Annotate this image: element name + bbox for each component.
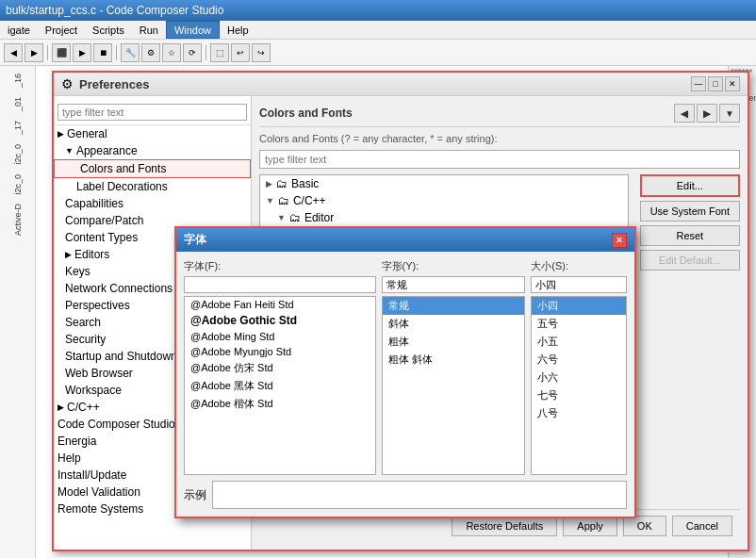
font-style-item-3[interactable]: 粗体 斜体 (383, 351, 525, 369)
font-style-item-2[interactable]: 粗体 (383, 333, 525, 351)
font-label-basic: Basic (291, 177, 319, 190)
tree-label-label-deco: Label Decorations (76, 180, 168, 193)
dialog-title-icons: — □ ✕ (691, 76, 740, 91)
font-style-item-0[interactable]: 常规 (383, 297, 525, 315)
tree-label-workspace: Workspace (65, 384, 122, 397)
dialog-maximize[interactable]: □ (708, 76, 723, 91)
dialog-close[interactable]: ✕ (725, 76, 740, 91)
font-face-item-6[interactable]: @Adobe 楷体 Std (185, 395, 375, 413)
font-face-item-1[interactable]: @Adobe Gothic Std (185, 312, 375, 329)
font-face-list[interactable]: @Adobe Fan Heiti Std @Adobe Gothic Std @… (184, 296, 376, 475)
arrow-editors: ▶ (65, 250, 72, 259)
font-dialog-body: 字体(F): @Adobe Fan Heiti Std @Adobe Gothi… (176, 252, 634, 517)
toolbar-btn-12[interactable]: ↪ (252, 43, 271, 62)
font-face-input[interactable] (184, 276, 376, 293)
content-title-bar: Colors and Fonts ◀ ▶ ▼ (259, 104, 740, 127)
font-face-item-5[interactable]: @Adobe 黑体 Std (185, 377, 375, 395)
font-size-col: 大小(S): 小四 五号 小五 六号 小六 七号 八号 (531, 259, 627, 475)
tree-label-content: Content Types (65, 231, 138, 244)
menu-window[interactable]: Window (166, 21, 220, 39)
font-face-item-4[interactable]: @Adobe 仿宋 Std (185, 359, 375, 377)
nav-dropdown-btn[interactable]: ▼ (719, 104, 740, 123)
toolbar-btn-7[interactable]: ⚙ (141, 43, 160, 62)
menu-run[interactable]: Run (132, 21, 166, 39)
menu-igate[interactable]: igate (0, 21, 38, 39)
content-filter-input[interactable] (259, 150, 740, 169)
folder-icon-editor: 🗂 (289, 211, 301, 224)
left-label-01: _01 (13, 93, 23, 115)
left-label-i2c0b: i2c_0 (13, 171, 23, 199)
font-tree-cpp[interactable]: ▼ 🗂 C/C++ (260, 192, 628, 209)
toolbar-btn-6[interactable]: 🔧 (121, 43, 140, 62)
font-size-item-1[interactable]: 五号 (532, 315, 626, 333)
tree-label-colors-fonts: Colors and Fonts (80, 162, 166, 175)
font-example-area (212, 481, 627, 509)
tree-item-appearance[interactable]: ▼ Appearance (54, 142, 251, 159)
toolbar-btn-5[interactable]: ⏹ (93, 43, 112, 62)
font-style-input[interactable] (382, 276, 526, 293)
restore-defaults-btn[interactable]: Restore Defaults (452, 516, 557, 536)
toolbar-btn-1[interactable]: ◀ (4, 43, 23, 62)
menu-scripts[interactable]: Scripts (85, 21, 132, 39)
dialog-minimize[interactable]: — (691, 76, 706, 91)
toolbar-btn-4[interactable]: ▶ (73, 43, 91, 62)
font-style-list[interactable]: 常规 斜体 粗体 粗体 斜体 (382, 296, 526, 475)
toolbar-btn-2[interactable]: ▶ (25, 43, 43, 62)
font-dialog-close-btn[interactable]: ✕ (612, 233, 627, 248)
font-size-item-3[interactable]: 六号 (532, 351, 626, 369)
use-system-font-button[interactable]: Use System Font (640, 201, 740, 222)
menu-help[interactable]: Help (220, 21, 256, 39)
arrow-basic: ▶ (266, 179, 272, 189)
tree-item-label-decorations[interactable]: Label Decorations (54, 178, 251, 195)
right-buttons: Edit... Use System Font Reset Edit Defau… (640, 174, 740, 509)
cancel-btn[interactable]: Cancel (672, 516, 732, 536)
font-face-item-2[interactable]: @Adobe Ming Std (185, 329, 375, 344)
main-area: _16 _01 _17 i2c_0 i2c_0 Active-D *******… (0, 66, 756, 558)
font-size-item-2[interactable]: 小五 (532, 333, 626, 351)
tree-label-startup: Startup and Shutdown (65, 350, 177, 363)
arrow-appearance: ▼ (65, 146, 74, 156)
font-style-item-1[interactable]: 斜体 (383, 315, 525, 333)
font-face-item-0[interactable]: @Adobe Fan Heiti Std (185, 297, 375, 312)
font-size-item-5[interactable]: 七号 (532, 386, 626, 404)
tree-label-general: General (67, 127, 107, 140)
toolbar-btn-8[interactable]: ☆ (162, 43, 181, 62)
left-label-16: _16 (13, 70, 23, 91)
toolbar-btn-10[interactable]: ⬚ (210, 43, 229, 62)
font-face-label: 字体(F): (184, 259, 376, 273)
font-style-col: 字形(Y): 常规 斜体 粗体 粗体 斜体 (382, 259, 526, 475)
toolbar-btn-9[interactable]: ⟳ (183, 43, 202, 62)
apply-btn[interactable]: Apply (563, 516, 617, 536)
edit-button[interactable]: Edit... (640, 174, 740, 197)
tree-filter-box (54, 100, 251, 125)
reset-button[interactable]: Reset (640, 225, 740, 246)
tree-item-general[interactable]: ▶ General (54, 125, 251, 142)
menu-project[interactable]: Project (38, 21, 85, 39)
title-text: bulk/startup_ccs.c - Code Composer Studi… (6, 4, 223, 17)
arrow-general: ▶ (58, 129, 64, 139)
font-face-col: 字体(F): @Adobe Fan Heiti Std @Adobe Gothi… (184, 259, 376, 475)
tree-item-capabilities[interactable]: Capabilities (54, 195, 251, 212)
font-size-item-4[interactable]: 小六 (532, 369, 626, 386)
tree-label-keys: Keys (65, 265, 90, 278)
tree-label-cpp: C/C++ (67, 401, 100, 414)
font-size-list[interactable]: 小四 五号 小五 六号 小六 七号 八号 (531, 296, 627, 475)
tree-label-model: Model Validation (58, 485, 140, 499)
font-size-item-0[interactable]: 小四 (532, 297, 626, 315)
tree-label-editors: Editors (74, 248, 109, 261)
font-size-input[interactable] (531, 276, 627, 293)
font-size-item-6[interactable]: 八号 (532, 404, 626, 422)
separator-2 (116, 45, 117, 60)
toolbar-btn-3[interactable]: ⬛ (52, 43, 71, 62)
font-tree-basic[interactable]: ▶ 🗂 Basic (260, 175, 628, 192)
nav-back-btn[interactable]: ◀ (674, 104, 695, 123)
font-tree-editor[interactable]: ▼ 🗂 Editor (260, 209, 628, 226)
toolbar: ◀ ▶ ⬛ ▶ ⏹ 🔧 ⚙ ☆ ⟳ ⬚ ↩ ↪ (0, 40, 756, 66)
tree-filter-input[interactable] (58, 104, 247, 121)
edit-default-button[interactable]: Edit Default... (640, 250, 740, 271)
nav-forward-btn[interactable]: ▶ (697, 104, 717, 123)
ok-btn[interactable]: OK (623, 516, 666, 536)
font-face-item-3[interactable]: @Adobe Myungjo Std (185, 344, 375, 359)
toolbar-btn-11[interactable]: ↩ (231, 43, 250, 62)
tree-item-colors-fonts[interactable]: Colors and Fonts (54, 159, 251, 178)
